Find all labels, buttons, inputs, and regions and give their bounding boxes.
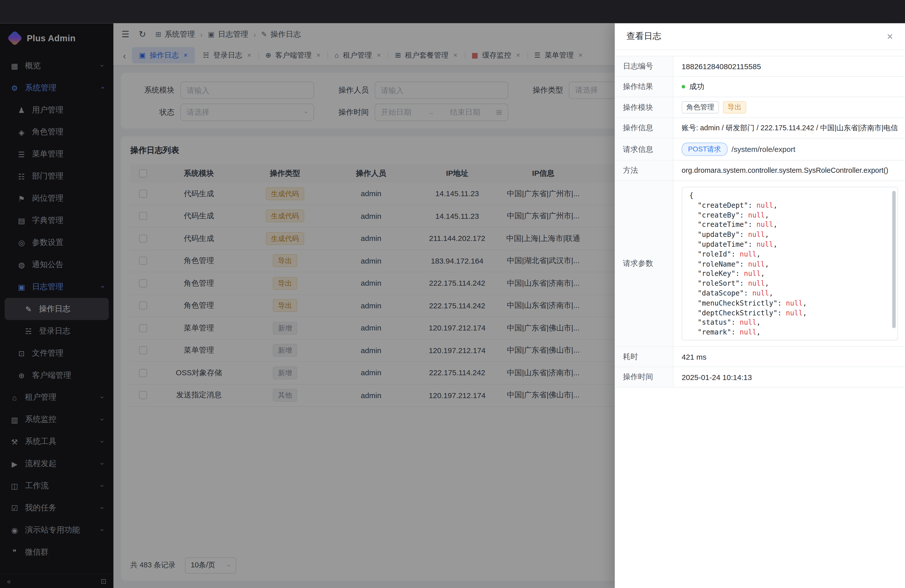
log-details-table: 日志编号 1882612840802115585 操作结果 成功 操作模块 bbox=[615, 56, 905, 388]
result-value: 成功 bbox=[673, 77, 905, 97]
view-log-drawer: 查看日志 ✕ 日志编号 1882612840802115585 操作结果 bbox=[615, 23, 905, 588]
cost-value: 421 ms bbox=[673, 347, 905, 367]
request-url: /system/role/export bbox=[732, 145, 795, 154]
json-key: "status" bbox=[689, 318, 731, 326]
post-method-tag: POST请求 bbox=[682, 143, 727, 156]
json-line: "status": null, bbox=[689, 318, 886, 328]
json-null-value: null bbox=[748, 260, 765, 268]
json-key: "roleKey" bbox=[689, 270, 735, 278]
module-tag: 角色管理 bbox=[682, 101, 719, 114]
json-null-value: null bbox=[740, 318, 756, 326]
json-key: "roleSort" bbox=[689, 280, 740, 288]
success-status-dot-icon bbox=[682, 85, 685, 89]
json-line: { bbox=[689, 191, 886, 201]
detail-row-result: 操作结果 成功 bbox=[615, 77, 905, 97]
request-params-code-block[interactable]: { "createDept": null, "createBy": null, … bbox=[682, 187, 898, 340]
request-value: POST请求 /system/role/export bbox=[673, 138, 905, 160]
result-label: 操作结果 bbox=[615, 77, 673, 97]
drawer-header: 查看日志 ✕ bbox=[615, 23, 905, 50]
detail-row-cost: 耗时 421 ms bbox=[615, 347, 905, 367]
detail-row-params: 请求参数 { "createDept": null, "createBy": n… bbox=[615, 181, 905, 347]
json-line: "createTime": null, bbox=[689, 220, 886, 230]
json-line: "roleSort": null, bbox=[689, 279, 886, 289]
screen: Plus Admin ▦概览›⚙系统管理›♟用户管理◈角色管理☰菜单管理☷部门管… bbox=[0, 0, 905, 588]
json-key: "dataScope" bbox=[689, 289, 744, 297]
json-line: "updateTime": null, bbox=[689, 240, 886, 250]
detail-row-module: 操作模块 角色管理 导出 bbox=[615, 97, 905, 118]
operation-type-tag: 导出 bbox=[723, 101, 746, 114]
log-id-value: 1882612840802115585 bbox=[673, 56, 905, 76]
json-null-value: null bbox=[786, 309, 803, 317]
cost-label: 耗时 bbox=[615, 347, 673, 367]
json-key: "updateTime" bbox=[689, 240, 748, 248]
close-icon[interactable]: ✕ bbox=[887, 32, 894, 41]
log-id-label: 日志编号 bbox=[615, 56, 673, 76]
json-null-value: null bbox=[740, 250, 756, 258]
detail-row-request: 请求信息 POST请求 /system/role/export bbox=[615, 138, 905, 161]
json-key: "updateBy" bbox=[689, 230, 740, 239]
json-line: "roleName": null, bbox=[689, 259, 886, 269]
detail-row-log-id: 日志编号 1882612840802115585 bbox=[615, 56, 905, 77]
module-value: 角色管理 导出 bbox=[673, 97, 905, 118]
json-line: "updateBy": null, bbox=[689, 230, 886, 240]
json-key: "roleName" bbox=[689, 260, 740, 268]
json-null-value: null bbox=[744, 270, 761, 278]
detail-row-info: 操作信息 账号: admin / 研发部门 / 222.175.114.242 … bbox=[615, 118, 905, 138]
browser-chrome-bar bbox=[0, 0, 905, 23]
json-key: "deptCheckStrictly" bbox=[689, 309, 778, 317]
json-key: "menuCheckStrictly" bbox=[689, 299, 778, 307]
json-line: "roleId": null, bbox=[689, 250, 886, 259]
json-key: "createTime" bbox=[689, 221, 748, 229]
screenshot-root: Plus Admin ▦概览›⚙系统管理›♟用户管理◈角色管理☰菜单管理☷部门管… bbox=[0, 0, 905, 588]
json-null-value: null bbox=[748, 230, 765, 239]
detail-row-method: 方法 org.dromara.system.controller.system.… bbox=[615, 161, 905, 181]
json-line: "remark": null, bbox=[689, 328, 886, 337]
method-value: org.dromara.system.controller.system.Sys… bbox=[673, 161, 905, 181]
json-null-value: null bbox=[748, 211, 765, 219]
code-scrollbar[interactable] bbox=[892, 191, 896, 328]
drawer-title: 查看日志 bbox=[626, 31, 661, 42]
json-null-value: null bbox=[756, 240, 773, 248]
params-value: { "createDept": null, "createBy": null, … bbox=[673, 181, 905, 346]
drawer-body: 日志编号 1882612840802115585 操作结果 成功 操作模块 bbox=[615, 50, 905, 588]
info-label: 操作信息 bbox=[615, 118, 673, 138]
json-null-value: null bbox=[756, 201, 773, 209]
json-key: "createDept" bbox=[689, 201, 748, 209]
json-key: "createBy" bbox=[689, 211, 740, 219]
json-line: "createDept": null, bbox=[689, 201, 886, 210]
json-line: "deptCheckStrictly": null, bbox=[689, 308, 886, 318]
json-line: "dataScope": null, bbox=[689, 288, 886, 298]
request-label: 请求信息 bbox=[615, 138, 673, 160]
info-value: 账号: admin / 研发部门 / 222.175.114.242 / 中国|… bbox=[673, 118, 905, 138]
json-key: "remark" bbox=[689, 328, 731, 336]
json-null-value: null bbox=[786, 299, 803, 307]
method-label: 方法 bbox=[615, 161, 673, 181]
result-text: 成功 bbox=[689, 81, 704, 92]
params-label: 请求参数 bbox=[615, 181, 673, 346]
json-line: "roleKey": null, bbox=[689, 269, 886, 279]
json-null-value: null bbox=[748, 280, 765, 288]
time-label: 操作时间 bbox=[615, 367, 673, 387]
json-line: "createBy": null, bbox=[689, 210, 886, 220]
time-value: 2025-01-24 10:14:13 bbox=[673, 367, 905, 387]
json-null-value: null bbox=[756, 221, 773, 229]
json-content: { "createDept": null, "createBy": null, … bbox=[689, 191, 886, 337]
json-null-value: null bbox=[752, 289, 769, 297]
json-line: "menuCheckStrictly": null, bbox=[689, 298, 886, 308]
module-label: 操作模块 bbox=[615, 97, 673, 118]
json-key: "roleId" bbox=[689, 250, 731, 258]
json-null-value: null bbox=[740, 328, 756, 336]
app: Plus Admin ▦概览›⚙系统管理›♟用户管理◈角色管理☰菜单管理☷部门管… bbox=[0, 23, 905, 588]
detail-row-time: 操作时间 2025-01-24 10:14:13 bbox=[615, 367, 905, 388]
